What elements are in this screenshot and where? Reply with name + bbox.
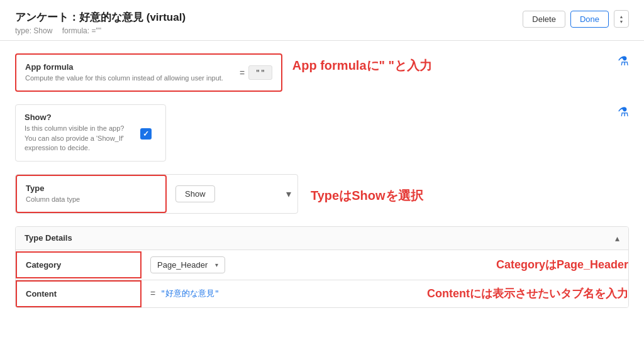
panel-header: アンケート：好意的な意見 (virtual) type: Show formul… <box>0 0 644 41</box>
app-formula-label-group: App formula Compute the value for this c… <box>25 62 223 83</box>
formula-value[interactable]: "" <box>248 65 272 80</box>
category-annotation: CategoryはPage_Header <box>496 257 628 272</box>
chevron-down-icon: ▾ <box>286 188 291 200</box>
type-details-section: Type Details ▴ Category Page_Header ▾ <box>15 226 629 308</box>
type-details-label: Type Details <box>25 233 72 243</box>
panel-title: アンケート：好意的な意見 (virtual) <box>15 10 186 25</box>
delete-button[interactable]: Delete <box>523 11 565 28</box>
type-title: Type <box>26 184 157 193</box>
content-row: Content = "好意的な意見" Contentには表示させたいタブ名を入力 <box>16 280 628 307</box>
meta-formula: formula: ="" <box>62 26 101 35</box>
done-button[interactable]: Done <box>570 11 609 28</box>
flask-icon-2: ⚗ <box>618 102 629 119</box>
flask-icon-app-formula: ⚗ <box>618 53 629 69</box>
header-actions: Delete Done <box>523 10 629 28</box>
type-details-header: Type Details ▴ <box>16 227 628 250</box>
type-left-box: Type Column data type <box>16 175 167 213</box>
show-desc-line3: expression to decide. <box>25 143 124 153</box>
app-formula-box: App formula Compute the value for this c… <box>15 53 282 92</box>
app-formula-desc: Compute the value for this column instea… <box>25 74 223 83</box>
show-desc-line2: You can also provide a 'Show_If' <box>25 134 124 143</box>
category-value: Page_Header <box>157 260 208 270</box>
content-eq-sign: = <box>150 288 155 299</box>
app-formula-row: App formula Compute the value for this c… <box>15 53 629 92</box>
header-left: アンケート：好意的な意見 (virtual) type: Show formul… <box>15 10 186 35</box>
show-title: Show? <box>25 112 124 122</box>
show-box: Show? Is this column visible in the app?… <box>15 104 166 161</box>
type-row-outer: Type Column data type Show ▾ TypeはShowを選… <box>15 174 629 214</box>
category-label-box: Category <box>16 251 142 278</box>
type-details-collapse[interactable]: ▴ <box>615 233 619 243</box>
flask-icon-show: ⚗ <box>618 104 629 119</box>
content-value[interactable]: "好意的な意見" <box>160 288 219 299</box>
type-chevron[interactable]: ▾ <box>280 188 297 200</box>
type-annotation: TypeはShowを選択 <box>311 184 423 204</box>
flask-icon: ⚗ <box>618 52 629 68</box>
meta-type: type: Show <box>15 26 52 35</box>
type-details-body: Category Page_Header ▾ CategoryはPage_Hea… <box>16 250 628 307</box>
show-checkbox[interactable] <box>140 128 152 140</box>
type-box-outer: Type Column data type Show ▾ <box>15 174 298 214</box>
content-label: Content <box>26 289 57 299</box>
type-dropdown-value[interactable]: Show <box>175 185 215 202</box>
category-label: Category <box>26 260 61 270</box>
show-checkbox-wrap <box>140 126 152 140</box>
type-middle: Show <box>167 185 280 202</box>
content-annotation: Contentには表示させたいタブ名を入力 <box>427 286 628 301</box>
category-dropdown[interactable]: Page_Header ▾ <box>150 256 225 273</box>
category-value-area: Page_Header ▾ <box>142 250 484 280</box>
app-formula-title: App formula <box>25 62 223 72</box>
show-label-group: Show? Is this column visible in the app?… <box>25 112 124 153</box>
app-formula-inner: App formula Compute the value for this c… <box>25 62 272 83</box>
formula-display: = "" <box>240 65 272 80</box>
content-value-area: = "好意的な意見" <box>142 282 414 305</box>
app-formula-annotation: App formulaに" "と入力 <box>292 53 432 74</box>
show-inner: Show? Is this column visible in the app?… <box>25 112 157 153</box>
header-meta: type: Show formula: ="" <box>15 26 186 35</box>
type-desc: Column data type <box>26 195 157 204</box>
formula-eq-sign: = <box>240 68 245 78</box>
category-chevron-icon: ▾ <box>215 261 218 268</box>
chevron-up-icon: ▴ <box>615 233 619 243</box>
show-desc-line1: Is this column visible in the app? <box>25 124 124 133</box>
content-area: App formula Compute the value for this c… <box>0 41 644 362</box>
show-row: Show? Is this column visible in the app?… <box>15 104 629 161</box>
reorder-button[interactable] <box>614 10 629 28</box>
category-row: Category Page_Header ▾ CategoryはPage_Hea… <box>16 250 628 280</box>
content-label-box: Content <box>16 280 142 307</box>
